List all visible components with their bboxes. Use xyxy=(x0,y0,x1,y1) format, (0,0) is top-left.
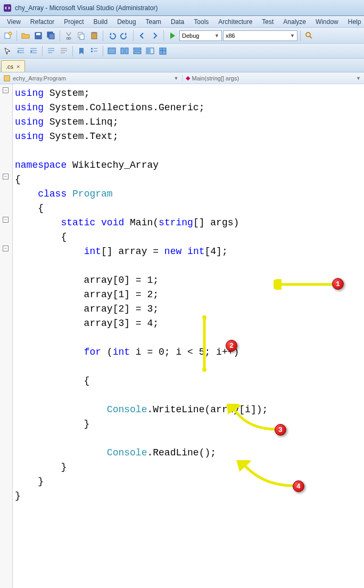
menu-bar: View Refactor Project Build Debug Team D… xyxy=(0,16,364,28)
chevron-down-icon: ▼ xyxy=(214,33,219,38)
menu-debug[interactable]: Debug xyxy=(112,17,140,27)
chevron-down-icon: ▼ xyxy=(290,33,295,38)
undo-icon[interactable] xyxy=(106,30,118,42)
badge-3: 3 xyxy=(275,424,286,436)
txt: [] args) xyxy=(193,217,239,228)
cut-icon[interactable] xyxy=(63,30,75,42)
indent-icon[interactable] xyxy=(15,45,27,57)
svg-rect-14 xyxy=(108,48,115,54)
ws xyxy=(15,189,38,199)
start-icon[interactable] xyxy=(167,30,178,42)
type: Console xyxy=(107,404,147,415)
fold-icon[interactable]: − xyxy=(3,174,9,179)
menu-help[interactable]: Help xyxy=(343,17,364,27)
paste-icon[interactable] xyxy=(88,30,100,42)
fold-icon[interactable]: − xyxy=(3,217,9,223)
fold-icon[interactable]: − xyxy=(3,87,9,93)
menu-data[interactable]: Data xyxy=(166,17,189,27)
ws xyxy=(15,217,61,228)
nav-back-icon[interactable] xyxy=(136,30,148,42)
txt: Wikitechy_Array xyxy=(67,160,159,170)
menu-tools[interactable]: Tools xyxy=(189,17,213,27)
find-icon[interactable] xyxy=(303,30,315,42)
new-project-icon[interactable] xyxy=(2,30,14,42)
open-icon[interactable] xyxy=(20,30,31,42)
win-icon[interactable] xyxy=(106,45,118,57)
window-titlebar: chy_Array - Microsoft Visual Studio (Adm… xyxy=(0,0,364,16)
svg-rect-10 xyxy=(93,32,96,34)
menu-build[interactable]: Build xyxy=(89,17,113,27)
bookmark-icon[interactable] xyxy=(76,45,87,57)
menu-project[interactable]: Project xyxy=(59,17,88,27)
ws xyxy=(15,246,84,257)
menu-window[interactable]: Window xyxy=(311,17,343,27)
type: Program xyxy=(72,189,113,199)
tab-label: .cs xyxy=(6,63,13,70)
outdent-icon[interactable] xyxy=(28,45,39,57)
arrow-1 xyxy=(274,279,337,290)
kw: int xyxy=(113,347,130,357)
svg-rect-18 xyxy=(134,51,141,54)
kw: using xyxy=(15,88,44,99)
svg-rect-21 xyxy=(160,48,166,54)
win3-icon[interactable] xyxy=(131,45,143,57)
win5-icon[interactable] xyxy=(157,45,169,57)
kw: void xyxy=(101,217,124,228)
txt: Main( xyxy=(124,217,159,228)
svg-rect-20 xyxy=(146,48,151,54)
member-selector[interactable]: ◆ Main(string[] args) ▼ xyxy=(182,75,365,81)
class-selector[interactable]: echy_Array.Program ▼ xyxy=(0,75,182,82)
separator xyxy=(103,46,103,56)
close-icon[interactable]: × xyxy=(16,63,20,70)
txt: array[2] = 3; xyxy=(15,304,159,314)
svg-rect-6 xyxy=(49,34,54,39)
txt: { xyxy=(15,375,89,386)
arrow-icon[interactable] xyxy=(2,45,14,57)
app-icon xyxy=(3,4,12,12)
tab-cs-file[interactable]: .cs × xyxy=(1,60,25,72)
menu-refactor[interactable]: Refactor xyxy=(26,17,59,27)
menu-analyze[interactable]: Analyze xyxy=(278,17,311,27)
nav-fwd-icon[interactable] xyxy=(149,30,161,42)
kw: new xyxy=(164,246,181,257)
copy-icon[interactable] xyxy=(76,30,87,42)
kw: using xyxy=(15,131,44,142)
win2-icon[interactable] xyxy=(119,45,130,57)
txt: } xyxy=(15,419,89,429)
save-icon[interactable] xyxy=(32,30,44,42)
svg-point-11 xyxy=(306,32,310,37)
menu-team[interactable]: Team xyxy=(141,17,166,27)
txt: { xyxy=(15,174,21,185)
separator xyxy=(300,30,301,41)
ws xyxy=(15,447,107,458)
code-area[interactable]: using System; using System.Collections.G… xyxy=(13,84,364,588)
kw: string xyxy=(159,217,193,228)
member-name: Main(string[] args) xyxy=(192,75,239,81)
uncomment-icon[interactable] xyxy=(58,45,70,57)
save-all-icon[interactable] xyxy=(45,30,57,42)
separator xyxy=(103,30,103,41)
comment-icon[interactable] xyxy=(45,45,57,57)
platform-combo[interactable]: x86▼ xyxy=(223,30,297,41)
menu-architecture[interactable]: Architecture xyxy=(213,17,257,27)
class-name: echy_Array.Program xyxy=(13,75,66,81)
txt: array[1] = 2; xyxy=(15,289,159,300)
redo-icon[interactable] xyxy=(119,30,130,42)
separator xyxy=(42,46,43,56)
list-icon[interactable] xyxy=(88,45,100,57)
secondary-toolbar xyxy=(0,44,364,59)
window-title: chy_Array - Microsoft Visual Studio (Adm… xyxy=(15,4,158,12)
txt: .ReadLine(); xyxy=(147,447,216,458)
menu-view[interactable]: View xyxy=(2,17,26,27)
code-editor[interactable]: − − − − using System; using System.Colle… xyxy=(0,84,364,588)
win4-icon[interactable] xyxy=(144,45,156,57)
menu-test[interactable]: Test xyxy=(257,17,278,27)
svg-rect-8 xyxy=(80,34,84,39)
ws xyxy=(15,404,107,415)
kw: namespace xyxy=(15,160,67,170)
svg-rect-16 xyxy=(125,48,128,54)
svg-rect-4 xyxy=(36,33,40,35)
config-combo[interactable]: Debug▼ xyxy=(179,30,222,41)
type: Console xyxy=(107,447,147,458)
fold-icon[interactable]: − xyxy=(3,246,9,251)
